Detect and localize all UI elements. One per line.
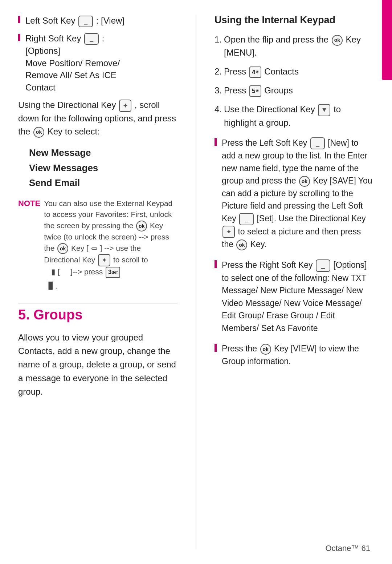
right-soft-key-r1: ⎯ (316, 259, 330, 272)
left-column: Left Soft Key ⎯ : [View] Right Soft Key … (18, 15, 177, 549)
note-block: NOTE You can also use the External Keypa… (18, 198, 177, 293)
numbered-item-1: 1. Open the flip and press the ok Key [M… (215, 33, 374, 59)
num-3: 3. (215, 84, 222, 97)
left-soft-key-icon: ⎯ (78, 16, 93, 27)
r-bullet-right-soft-options: Press the Right Soft Key ⎯ [Options] to … (215, 259, 374, 334)
directional-key-r4: ▼ (318, 104, 330, 116)
r-bullet-bar-1 (215, 138, 217, 146)
r-bullet-bar-3 (215, 344, 217, 352)
num-2: 2. (215, 65, 222, 78)
bullet-bar (18, 16, 20, 23)
numbered-item-1-text: Open the flip and press the ok Key [MENU… (224, 33, 374, 59)
directional-key-icon-1: ✦ (119, 100, 131, 112)
ok-key-r1: ok (332, 35, 343, 46)
menu-items-list: New Message View Messages Send Email (29, 145, 177, 191)
bullet-left-soft-key: Left Soft Key ⎯ : [View] (18, 15, 177, 27)
groups-body: Allows you to view your grouped Contacts… (18, 331, 177, 398)
directional-para: Using the Directional Key ✦ , scroll dow… (18, 98, 177, 138)
r-bullet-ok-view-text: Press the ok Key [VIEW] to view the Grou… (222, 342, 374, 367)
note-text: You can also use the External Keypad to … (44, 198, 177, 293)
right-column: Using the Internal Keypad 1. Open the fl… (215, 15, 374, 549)
sidebar-bar (382, 0, 392, 80)
bullet-left-soft-key-text: Left Soft Key ⎯ : [View] (25, 15, 124, 27)
r-bullet-ok-view: Press the ok Key [VIEW] to view the Grou… (215, 342, 374, 367)
numbered-item-2: 2. Press 4✳ Contacts (215, 65, 374, 78)
footer: Octane™ 61 (325, 544, 370, 553)
numbered-item-4-text: Use the Directional Key ▼ to highlight a… (224, 103, 374, 129)
num-5-key: 5✳ (249, 85, 261, 97)
ok-key-r3: ok (236, 239, 247, 250)
num-4-key: 4✳ (249, 67, 261, 78)
right-soft-key-icon: ⎯ (84, 33, 99, 45)
note-label: NOTE (18, 199, 40, 208)
menu-item-send-email: Send Email (29, 176, 177, 191)
numbered-item-3-text: Press 5✳ Groups (224, 84, 293, 97)
bullet-bar-2 (18, 34, 20, 41)
ok-key-r4: ok (260, 344, 271, 355)
r-bullet-left-soft-new-text: Press the Left Soft Key ⎯ [New] to add a… (222, 137, 374, 251)
content-area: Left Soft Key ⎯ : [View] Right Soft Key … (0, 0, 392, 564)
ok-key-icon-1: ok (33, 127, 44, 138)
num-4: 4. (215, 103, 222, 116)
bracket-key (91, 247, 97, 250)
menu-item-new-message: New Message (29, 145, 177, 161)
ok-key-note-2: ok (57, 243, 68, 254)
footer-text: Octane™ 61 (325, 544, 370, 553)
r-bullet-left-soft-new: Press the Left Soft Key ⎯ [New] to add a… (215, 137, 374, 251)
numbered-item-3: 3. Press 5✳ Groups (215, 84, 374, 97)
numbered-item-2-text: Press 4✳ Contacts (224, 65, 299, 78)
menu-item-view-messages: View Messages (29, 161, 177, 176)
page-container: Left Soft Key ⎯ : [View] Right Soft Key … (0, 0, 392, 564)
column-divider (196, 15, 196, 549)
numbered-list: 1. Open the flip and press the ok Key [M… (215, 33, 374, 129)
left-soft-key-r2: ⎯ (239, 213, 254, 225)
num-1: 1. (215, 33, 222, 46)
section-divider (18, 303, 177, 303)
bullet-right-soft-key-text: Right Soft Key ⎯ : [Options] Move Positi… (25, 32, 120, 94)
r-bullet-bar-2 (215, 260, 217, 268)
numbered-item-4: 4. Use the Directional Key ▼ to highligh… (215, 103, 374, 129)
num-3-key: 3def (106, 267, 120, 278)
left-soft-key-r1: ⎯ (310, 137, 325, 150)
right-heading: Using the Internal Keypad (215, 15, 374, 26)
r-bullet-right-soft-options-text: Press the Right Soft Key ⎯ [Options] to … (222, 259, 374, 334)
directional-key-r2: ✦ (222, 226, 235, 238)
ok-key-note-1: ok (136, 221, 147, 231)
ok-key-r2: ok (299, 176, 310, 187)
groups-heading: 5. Groups (18, 307, 177, 323)
directional-key-note: ✦ (98, 254, 110, 266)
bullet-right-soft-key: Right Soft Key ⎯ : [Options] Move Positi… (18, 32, 177, 94)
